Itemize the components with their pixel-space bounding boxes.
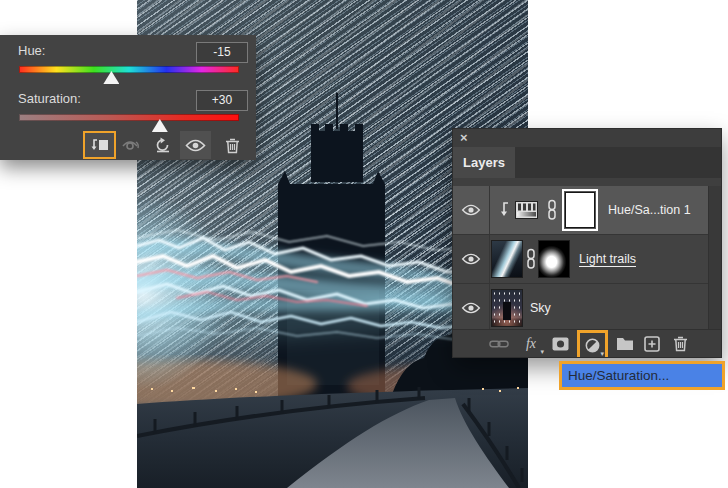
- new-layer-button[interactable]: [642, 330, 662, 357]
- layer-mask-thumbnail-selected[interactable]: [565, 192, 595, 228]
- chevron-down-icon: ▾: [540, 348, 544, 356]
- add-layer-mask-button[interactable]: [550, 330, 570, 357]
- eye-icon: [461, 302, 481, 314]
- layer-row-hue-saturation[interactable]: Hue/Sa...tion 1: [453, 186, 709, 235]
- new-group-button[interactable]: [614, 330, 636, 357]
- mask-link-icon[interactable]: [526, 248, 536, 270]
- layer-style-button[interactable]: fx ▾: [520, 330, 542, 357]
- layers-panel: × Layers: [452, 128, 722, 358]
- eye-icon: [461, 253, 481, 265]
- visibility-cell[interactable]: [453, 186, 490, 234]
- thumbnail-tower-silhouette: [503, 302, 511, 320]
- menu-item-hue-saturation[interactable]: Hue/Saturation...: [559, 361, 725, 390]
- layer-thumbnail[interactable]: [491, 289, 523, 327]
- layers-tabstrip: Layers: [453, 147, 721, 178]
- add-mask-icon: [552, 337, 569, 351]
- visibility-cell[interactable]: [453, 284, 490, 332]
- view-previous-state-button[interactable]: [119, 131, 143, 159]
- clipping-mask-arrow-icon: [499, 201, 511, 219]
- layer-name[interactable]: Hue/Sa...tion 1: [608, 186, 691, 234]
- adjustment-layer-thumbnail[interactable]: [515, 201, 538, 219]
- trash-icon: [673, 335, 688, 352]
- fx-icon: fx: [526, 336, 536, 352]
- hue-slider-track[interactable]: [19, 66, 239, 73]
- layer-name[interactable]: Light trails: [579, 235, 636, 283]
- adjustment-layer-icon: [584, 337, 601, 354]
- layer-row-sky[interactable]: Sky: [453, 284, 709, 333]
- previous-state-eye-icon: [121, 139, 141, 152]
- saturation-value-input[interactable]: +30: [196, 90, 248, 111]
- toggle-visibility-button[interactable]: [180, 131, 211, 159]
- photoshop-workspace: { "properties_panel": { "hue": {"label":…: [0, 0, 728, 488]
- hue-value-input[interactable]: -15: [196, 42, 248, 63]
- eye-icon: [185, 139, 206, 152]
- close-icon[interactable]: ×: [460, 130, 468, 146]
- saturation-label: Saturation:: [18, 91, 81, 106]
- layers-list: Hue/Sa...tion 1 Light trails: [453, 186, 709, 333]
- new-layer-icon: [644, 336, 660, 352]
- folder-icon: [616, 336, 634, 351]
- chevron-down-icon: ▾: [600, 350, 604, 358]
- layer-mask-thumbnail[interactable]: [538, 240, 570, 278]
- tab-layers[interactable]: Layers: [453, 147, 515, 178]
- link-icon: [489, 339, 509, 349]
- layers-panel-header: ×: [453, 129, 721, 147]
- eye-icon: [461, 204, 481, 216]
- properties-panel: Hue: -15 Saturation: +30: [0, 35, 256, 160]
- saturation-slider-track[interactable]: [19, 114, 239, 121]
- delete-layer-button[interactable]: [669, 330, 691, 357]
- properties-footer: [0, 131, 256, 160]
- hue-label: Hue:: [18, 43, 45, 58]
- visibility-cell[interactable]: [453, 235, 490, 283]
- trash-icon: [225, 137, 240, 154]
- layer-thumbnail[interactable]: [491, 240, 523, 278]
- scrollbar-gutter[interactable]: [708, 186, 721, 330]
- mask-link-icon[interactable]: [547, 199, 557, 221]
- reset-icon: [154, 136, 172, 154]
- clip-to-layer-button[interactable]: [83, 131, 116, 159]
- reset-adjustment-button[interactable]: [151, 131, 175, 159]
- layers-toolbar: fx ▾ ▾: [453, 329, 721, 357]
- link-layers-button[interactable]: [489, 330, 509, 357]
- layer-name[interactable]: Sky: [530, 284, 551, 332]
- clip-to-layer-icon: [90, 137, 110, 153]
- layer-row-light-trails[interactable]: Light trails: [453, 235, 709, 284]
- delete-adjustment-button[interactable]: [219, 131, 245, 159]
- new-adjustment-layer-button[interactable]: ▾: [577, 330, 608, 357]
